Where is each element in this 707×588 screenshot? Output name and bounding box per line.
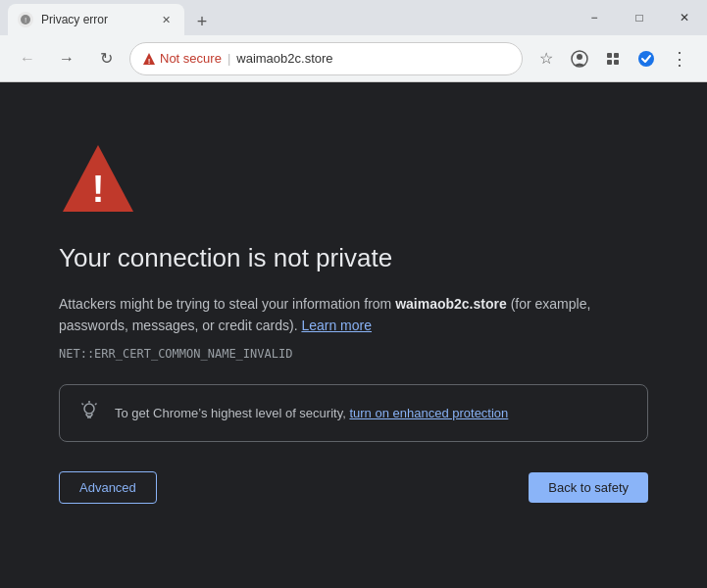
svg-rect-7: [614, 53, 619, 58]
not-secure-label: Not secure: [160, 51, 222, 66]
address-bar: ← → ↻ ! Not secure | waimaob2c.store ☆: [0, 35, 707, 82]
svg-text:!: !: [92, 169, 105, 210]
url-separator: |: [227, 51, 230, 66]
back-to-safety-button[interactable]: Back to safety: [529, 472, 648, 503]
lightbulb-icon: [79, 401, 99, 425]
security-tip-box: To get Chrome’s highest level of securit…: [59, 384, 648, 442]
new-tab-button[interactable]: +: [188, 8, 216, 35]
svg-text:!: !: [25, 16, 26, 24]
svg-line-17: [95, 403, 97, 405]
maximize-button[interactable]: □: [617, 0, 662, 35]
error-desc-prefix: Attackers might be trying to steal your …: [59, 296, 395, 312]
advanced-button[interactable]: Advanced: [59, 471, 157, 504]
guard-button[interactable]: [631, 43, 662, 74]
main-content: ! Your connection is not private Attacke…: [0, 82, 707, 588]
reload-button[interactable]: ↻: [90, 43, 122, 74]
forward-button[interactable]: →: [51, 43, 82, 74]
active-tab[interactable]: ! Privacy error ✕: [8, 4, 184, 35]
error-domain: waimaob2c.store: [395, 296, 507, 312]
profile-button[interactable]: [564, 43, 595, 74]
not-secure-badge[interactable]: ! Not secure: [142, 51, 222, 66]
title-bar: ! Privacy error ✕ + − □ ✕: [0, 0, 707, 35]
svg-rect-8: [607, 60, 612, 65]
svg-point-5: [577, 54, 582, 60]
button-row: Advanced Back to safety: [59, 471, 648, 504]
window-controls: − □ ✕: [572, 0, 707, 35]
svg-line-16: [82, 403, 84, 405]
bookmark-button[interactable]: ☆: [530, 43, 562, 74]
tab-favicon: !: [18, 12, 33, 27]
warning-triangle-icon: !: [142, 52, 156, 66]
back-button[interactable]: ←: [12, 43, 43, 74]
url-text: waimaob2c.store: [236, 51, 332, 66]
tab-close-button[interactable]: ✕: [157, 11, 175, 28]
minimize-button[interactable]: −: [572, 0, 617, 35]
error-code: NET::ERR_CERT_COMMON_NAME_INVALID: [59, 347, 292, 361]
svg-rect-6: [607, 53, 612, 58]
large-warning-icon: !: [59, 141, 137, 220]
star-icon: ☆: [539, 49, 553, 68]
profile-icon: [571, 50, 588, 68]
learn-more-link[interactable]: Learn more: [301, 318, 372, 333]
extensions-button[interactable]: [597, 43, 629, 74]
tab-title: Privacy error: [41, 13, 149, 26]
error-title: Your connection is not private: [59, 243, 392, 273]
svg-text:!: !: [148, 56, 151, 65]
toolbar-icons: ☆ ⋮: [530, 43, 695, 74]
puzzle-icon: [604, 50, 622, 68]
error-description: Attackers might be trying to steal your …: [59, 293, 648, 337]
menu-button[interactable]: ⋮: [664, 43, 695, 74]
svg-point-13: [84, 404, 94, 414]
url-bar[interactable]: ! Not secure | waimaob2c.store: [129, 42, 523, 75]
menu-icon: ⋮: [671, 48, 688, 70]
svg-rect-9: [614, 60, 619, 65]
close-button[interactable]: ✕: [662, 0, 707, 35]
security-tip-text: To get Chrome’s highest level of securit…: [115, 406, 508, 420]
guard-icon: [637, 50, 655, 68]
tip-prefix: To get Chrome’s highest level of securit…: [115, 406, 349, 420]
enhanced-protection-link[interactable]: turn on enhanced protection: [349, 406, 508, 420]
svg-point-10: [638, 51, 654, 67]
